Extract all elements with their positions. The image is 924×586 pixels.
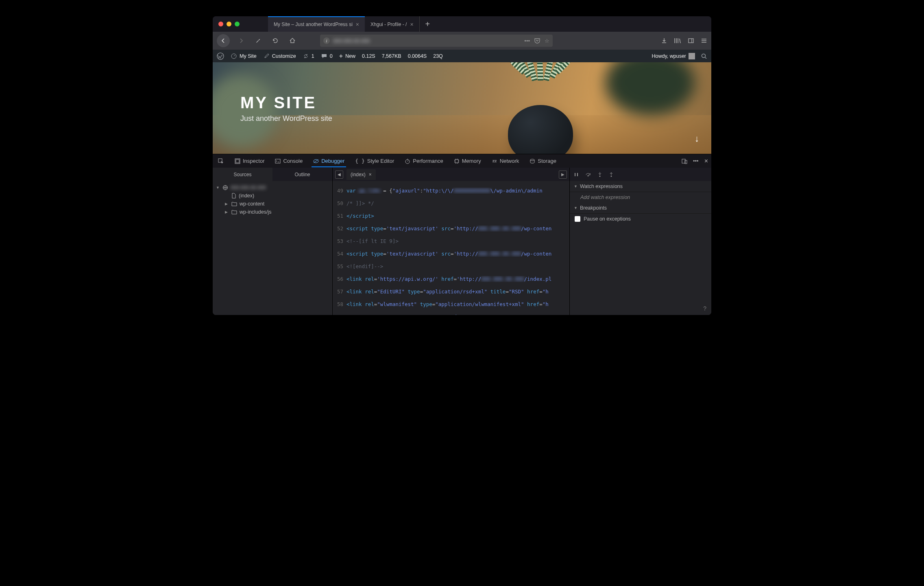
wp-updates[interactable]: 1 bbox=[303, 53, 314, 59]
tree-domain-label: 000.000.00.000 bbox=[231, 185, 266, 190]
downloads-icon[interactable] bbox=[661, 37, 667, 44]
twisty-icon: ▼ bbox=[574, 184, 578, 188]
tab-close-icon[interactable]: × bbox=[410, 21, 413, 28]
svg-point-13 bbox=[530, 159, 534, 161]
responsive-mode-icon[interactable] bbox=[682, 158, 687, 164]
wp-new[interactable]: + New bbox=[339, 52, 355, 60]
wp-comments[interactable]: 0 bbox=[321, 53, 333, 59]
site-info-icon[interactable]: i bbox=[323, 37, 330, 44]
url-bar[interactable]: i 000.000.00.000 ••• ☆ bbox=[320, 35, 553, 47]
tool-storage[interactable]: Storage bbox=[528, 155, 558, 167]
tree-domain[interactable]: ▼ 000.000.00.000 bbox=[213, 184, 332, 192]
tool-style-editor[interactable]: { } Style Editor bbox=[353, 155, 396, 167]
wp-qm-timing[interactable]: 0.12S bbox=[362, 53, 375, 59]
tool-performance[interactable]: Performance bbox=[403, 155, 445, 167]
tab-close-icon[interactable]: × bbox=[369, 172, 372, 177]
editor-toolbar: ◀ (index) × ▶ bbox=[333, 168, 569, 181]
wrench-icon[interactable] bbox=[253, 35, 264, 46]
step-in-icon[interactable] bbox=[597, 172, 602, 177]
tab-sources[interactable]: Sources bbox=[213, 168, 272, 181]
pause-on-exceptions-checkbox[interactable] bbox=[575, 216, 580, 222]
devtools-meatball-icon[interactable]: ••• bbox=[693, 158, 699, 164]
menu-icon[interactable] bbox=[701, 37, 707, 44]
twisty-icon: ▶ bbox=[225, 210, 229, 214]
step-out-icon[interactable] bbox=[609, 172, 614, 177]
editor-pane: ◀ (index) × ▶ 49var qm_l10n = {"ajaxurl"… bbox=[332, 168, 570, 315]
tab-close-icon[interactable]: × bbox=[356, 21, 359, 28]
wp-account[interactable]: Howdy, wpuser bbox=[652, 53, 695, 59]
wp-qm-queries[interactable]: 23Q bbox=[433, 53, 443, 59]
browser-tab-active[interactable]: My Site – Just another WordPress si × bbox=[268, 16, 365, 32]
wp-updates-count: 1 bbox=[312, 53, 314, 59]
add-watch-input[interactable]: Add watch expression bbox=[575, 195, 706, 200]
svg-point-19 bbox=[611, 175, 612, 177]
wp-site-menu[interactable]: My Site bbox=[231, 53, 257, 59]
tab-label: My Site – Just another WordPress si bbox=[274, 22, 353, 27]
wp-new-label: New bbox=[345, 53, 355, 59]
element-picker-icon[interactable] bbox=[216, 155, 226, 168]
window-titlebar: My Site – Just another WordPress si × Xh… bbox=[213, 16, 711, 32]
svg-point-4 bbox=[702, 54, 706, 57]
library-icon[interactable] bbox=[674, 37, 681, 44]
pause-icon[interactable] bbox=[574, 172, 579, 177]
wp-admin-right: Howdy, wpuser bbox=[652, 53, 707, 59]
tree-folder-wp-includes[interactable]: ▶ wp-includes/js bbox=[213, 208, 332, 216]
tab-outline[interactable]: Outline bbox=[272, 168, 332, 181]
tool-inspector[interactable]: Inspector bbox=[233, 155, 266, 167]
tool-network[interactable]: Network bbox=[490, 155, 521, 167]
scroll-down-icon[interactable]: ↓ bbox=[695, 133, 699, 144]
tool-memory[interactable]: Memory bbox=[452, 155, 483, 167]
wp-qm-memory[interactable]: 7,567KB bbox=[382, 53, 401, 59]
devtools-close-icon[interactable]: × bbox=[704, 157, 708, 165]
dashboard-icon bbox=[231, 53, 237, 59]
twisty-icon: ▼ bbox=[574, 206, 578, 210]
toggle-sources-icon[interactable]: ◀ bbox=[335, 171, 343, 179]
back-button[interactable] bbox=[217, 34, 230, 47]
new-tab-button[interactable]: + bbox=[419, 16, 436, 32]
traffic-lights bbox=[218, 16, 240, 32]
watch-header[interactable]: ▼ Watch expressions bbox=[570, 181, 711, 192]
help-icon[interactable]: ? bbox=[703, 305, 706, 312]
svg-rect-12 bbox=[455, 160, 458, 163]
pocket-icon[interactable] bbox=[534, 37, 540, 44]
toggle-panes-icon[interactable]: ▶ bbox=[559, 171, 567, 179]
zoom-window-button[interactable] bbox=[235, 22, 240, 26]
tree-folder-label: wp-includes/js bbox=[240, 209, 272, 215]
wordpress-icon bbox=[217, 52, 224, 60]
bookmark-star-icon[interactable]: ☆ bbox=[545, 38, 549, 44]
wp-customize[interactable]: Customize bbox=[263, 53, 296, 59]
step-over-icon[interactable] bbox=[585, 172, 591, 177]
folder-icon bbox=[231, 201, 237, 206]
globe-icon bbox=[222, 185, 228, 190]
tool-debugger[interactable]: Debugger bbox=[312, 155, 346, 167]
search-icon bbox=[701, 53, 707, 59]
wp-logo-menu[interactable] bbox=[217, 52, 224, 60]
reload-button[interactable] bbox=[270, 35, 281, 46]
tool-console[interactable]: Console bbox=[273, 155, 304, 167]
forward-button[interactable] bbox=[235, 35, 247, 46]
wp-qm-dbtime[interactable]: 0.0064S bbox=[408, 53, 427, 59]
tree-folder-label: wp-content bbox=[240, 201, 264, 207]
browser-tab-inactive[interactable]: Xhgui - Profile - / × bbox=[365, 16, 419, 32]
close-window-button[interactable] bbox=[218, 22, 223, 26]
debugger-side-pane: ▼ Watch expressions Add watch expression… bbox=[570, 168, 711, 315]
urlbar-right: ••• ☆ bbox=[524, 37, 549, 44]
wp-greeting: Howdy, wpuser bbox=[652, 53, 686, 59]
home-button[interactable] bbox=[287, 35, 298, 46]
debugger-controls bbox=[570, 168, 711, 181]
breakpoints-header[interactable]: ▼ Breakpoints bbox=[570, 203, 711, 214]
wp-customize-label: Customize bbox=[272, 53, 296, 59]
minimize-window-button[interactable] bbox=[227, 22, 231, 26]
tree-folder-wp-content[interactable]: ▶ wp-content bbox=[213, 200, 332, 208]
site-hero: MY SITE Just another WordPress site ↓ bbox=[213, 62, 711, 154]
editor-file-tab[interactable]: (index) × bbox=[346, 169, 376, 180]
site-title: MY SITE bbox=[240, 94, 711, 112]
code-editor[interactable]: 49var qm_l10n = {"ajaxurl":"http:\/\/000… bbox=[333, 181, 569, 315]
wp-search[interactable] bbox=[701, 53, 707, 59]
tree-index[interactable]: (index) bbox=[213, 192, 332, 200]
browser-toolbar: i 000.000.00.000 ••• ☆ bbox=[213, 32, 711, 50]
tree-index-label: (index) bbox=[239, 193, 254, 199]
page-actions-icon[interactable]: ••• bbox=[524, 38, 530, 44]
sidebar-icon[interactable] bbox=[688, 37, 694, 44]
file-icon bbox=[231, 193, 236, 199]
